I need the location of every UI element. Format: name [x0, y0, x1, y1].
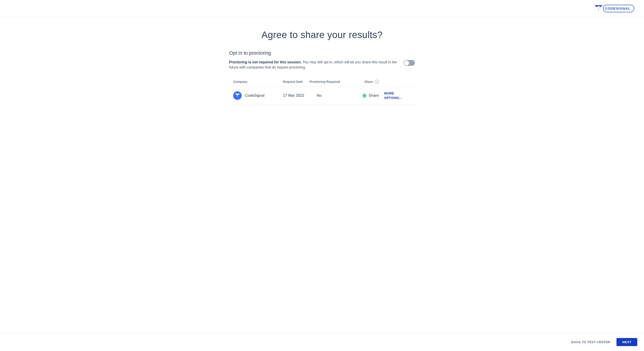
back-to-test-center-link[interactable]: BACK TO TEST CENTER — [571, 340, 610, 344]
proctoring-strong: Proctoring is not required for this sess… — [229, 60, 302, 64]
share-radio[interactable] — [362, 94, 366, 98]
next-button[interactable]: NEXT — [616, 338, 637, 346]
logo[interactable]: CODESIGNAL — [594, 5, 634, 12]
main-content: Agree to share your results? Opt in to p… — [0, 17, 644, 333]
header-company: Company — [233, 80, 283, 84]
proctoring-row: Proctoring is not required for this sess… — [229, 60, 415, 70]
company-logo-icon — [233, 91, 242, 100]
logo-text: CODESIGNAL — [604, 7, 630, 10]
proctoring-toggle[interactable] — [404, 60, 415, 66]
header-proctoring: Proctoring Required — [310, 80, 342, 84]
more-options-link[interactable]: MORE OPTIONS... — [384, 92, 402, 100]
table-header: Company Request Date Proctoring Required… — [229, 76, 415, 87]
page-title: Agree to share your results? — [229, 30, 415, 40]
share-table: Company Request Date Proctoring Required… — [229, 76, 415, 105]
info-icon[interactable]: i — [375, 80, 379, 84]
header: CODESIGNAL — [0, 0, 644, 17]
radio-dot — [364, 95, 366, 97]
cell-more: MORE OPTIONS... — [384, 91, 411, 100]
cell-company: CodeSignal — [233, 91, 283, 100]
toggle-knob — [404, 61, 409, 65]
proctoring-description: Proctoring is not required for this sess… — [229, 60, 399, 70]
cell-proctoring: No — [310, 93, 342, 98]
cell-share: Share — [342, 93, 384, 98]
header-request-date: Request Date — [283, 80, 310, 84]
section-title: Opt in to proctoring — [229, 50, 415, 56]
header-share-label: Share — [364, 80, 373, 84]
logo-pill: CODESIGNAL — [603, 5, 634, 12]
header-share: Share i — [342, 80, 384, 84]
cell-date: 17 Mar 2022 — [283, 93, 310, 98]
company-name: CodeSignal — [245, 93, 264, 98]
table-row: CodeSignal 17 Mar 2022 No Share MORE OPT… — [229, 87, 415, 105]
share-label: Share — [368, 93, 378, 98]
codesignal-shield-icon — [594, 5, 602, 12]
footer: BACK TO TEST CENTER NEXT — [0, 333, 644, 351]
